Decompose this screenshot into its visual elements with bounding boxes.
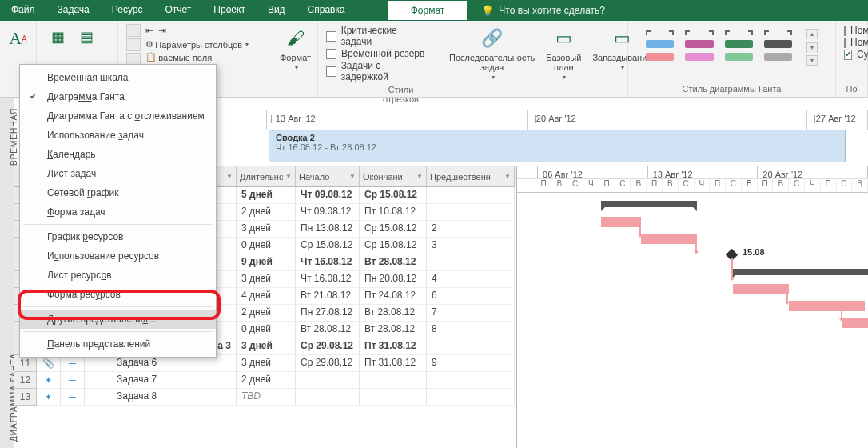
view-task-sheet[interactable]: Лист задач <box>20 164 216 183</box>
column-settings[interactable]: ⚙ Параметры столбцов▾ <box>145 39 249 50</box>
group-ganttstyle-label: Стиль диаграммы Ганта <box>636 82 827 95</box>
menu-resource[interactable]: Ресурс <box>101 0 154 21</box>
gantt-style-1[interactable] <box>646 29 674 66</box>
gantt-body: 15.08 <box>517 193 868 448</box>
gallery-scroll[interactable]: ▴▾▾ <box>806 29 818 66</box>
gantt-bar-task4[interactable] <box>733 284 789 294</box>
path-icon: 🔗 <box>480 26 505 51</box>
gantt-bar-task2[interactable] <box>601 217 641 227</box>
view-sidebar: ВРЕМЕННАЯ ДИАГРАММА ГАНТА <box>0 98 14 448</box>
tellme-label: Что вы хотите сделать? <box>499 5 605 16</box>
view-more-views[interactable]: Другие представления... <box>20 310 216 329</box>
check-critical[interactable]: Критические задачи <box>326 25 428 47</box>
gantt-style-2[interactable] <box>685 29 713 66</box>
gantt-chart[interactable]: 06 Авг '12 13 Авг '12 20 Авг '12 ПВСЧПСВ… <box>516 166 868 448</box>
col-start[interactable]: Начало▼ <box>296 166 360 187</box>
layout-button[interactable]: ▤ <box>74 24 99 50</box>
gantt-milestone-label: 15.08 <box>743 247 765 257</box>
tab-format[interactable]: Формат <box>388 1 468 20</box>
view-task-form[interactable]: Форма задач <box>20 202 216 222</box>
gantt-bar-task6[interactable] <box>842 318 868 328</box>
gridlines-button[interactable]: ▦ <box>45 24 70 50</box>
check-number[interactable]: Ном <box>844 37 859 48</box>
format-bars-button[interactable]: 🖌 Формат ▾ <box>281 24 309 73</box>
table-row[interactable]: 11📎─Задача 63 днейСр 29.08.12Пт 31.08.12… <box>14 355 516 372</box>
menu-report[interactable]: Отчет <box>153 0 202 21</box>
baseline-icon: ▭ <box>551 26 576 51</box>
view-calendar[interactable]: Календарь <box>20 145 216 164</box>
view-dropdown-menu: Временная шкала Диаграмма Ганта Диаграмм… <box>19 64 217 358</box>
menu-file[interactable]: Файл <box>0 0 46 21</box>
table-row[interactable]: 12✶─Задача 72 дней <box>14 372 516 389</box>
layout-icon: ▤ <box>74 24 99 50</box>
view-tracking-gantt[interactable]: Диаграмма Ганта с отслеживанием <box>20 106 216 126</box>
view-resource-graph[interactable]: График ресурсов <box>20 227 216 246</box>
gantt-summary-2[interactable] <box>731 269 868 275</box>
view-resource-usage[interactable]: Использование ресурсов <box>20 246 216 266</box>
text-a-icon: AA <box>6 26 31 51</box>
menu-project[interactable]: Проект <box>202 0 257 21</box>
gantt-style-gallery[interactable]: ▴▾▾ <box>636 24 827 66</box>
table-row[interactable]: 13✶─Задача 8TBD <box>14 389 516 406</box>
grid-icon: ▦ <box>45 24 70 50</box>
indent-right-icon[interactable]: ⇥ <box>158 25 166 36</box>
gantt-summary-1[interactable] <box>601 201 697 207</box>
text-styles-button[interactable]: AA <box>8 24 28 53</box>
column-insert-buttons[interactable] <box>126 24 141 66</box>
check-late[interactable]: Задачи с задержкой <box>326 60 428 82</box>
view-resource-form[interactable]: Форма ресурсов <box>20 285 216 304</box>
menu-help[interactable]: Справка <box>297 0 356 21</box>
check-slack[interactable]: Временной резерв <box>326 48 428 59</box>
view-task-usage[interactable]: Использование задач <box>20 126 216 145</box>
gantt-bar-task5[interactable] <box>789 301 865 311</box>
menubar: Файл Задача Ресурс Отчет Проект Вид Спра… <box>0 0 868 21</box>
gantt-style-3[interactable] <box>725 29 753 66</box>
col-duration[interactable]: Длительнс▼ <box>237 166 296 187</box>
paint-icon: 🖌 <box>283 26 309 51</box>
lightbulb-icon: 💡 <box>481 5 494 17</box>
view-network-diagram[interactable]: Сетевой график <box>20 183 216 202</box>
tellme-search[interactable]: 💡 Что вы хотите сделать? <box>481 0 605 21</box>
view-resource-sheet[interactable]: Лист ресурсов <box>20 266 216 285</box>
gantt-bar-task3[interactable] <box>641 234 697 244</box>
group-last-label: По <box>844 82 859 95</box>
check-summary[interactable]: Сум <box>844 49 859 60</box>
timeline-summary-bar[interactable]: Сводка 2 Чт 16.08.12 - Вт 28.08.12 <box>269 130 846 162</box>
task-path-button[interactable]: 🔗 Последовательность задач▾ <box>444 24 540 82</box>
indent-left-icon[interactable]: ⇤ <box>145 25 153 36</box>
gantt-style-4[interactable] <box>764 29 792 66</box>
custom-fields[interactable]: 📋 ваемые поля <box>145 52 249 62</box>
baseline-button[interactable]: ▭ Базовый план▾ <box>541 24 586 82</box>
check-outline[interactable]: Ном <box>844 25 859 36</box>
menu-task[interactable]: Задача <box>46 0 101 21</box>
view-gantt-chart[interactable]: Диаграмма Ганта <box>20 87 216 106</box>
view-panel[interactable]: Панель представлений <box>20 334 216 354</box>
col-finish[interactable]: Окончани▼ <box>360 166 427 187</box>
menu-view[interactable]: Вид <box>257 0 297 21</box>
group-barstyles-label: Стили отрезков <box>374 83 428 106</box>
view-timeline[interactable]: Временная шкала <box>20 68 216 87</box>
col-predecessors[interactable]: Предшественн▼ <box>427 166 515 187</box>
